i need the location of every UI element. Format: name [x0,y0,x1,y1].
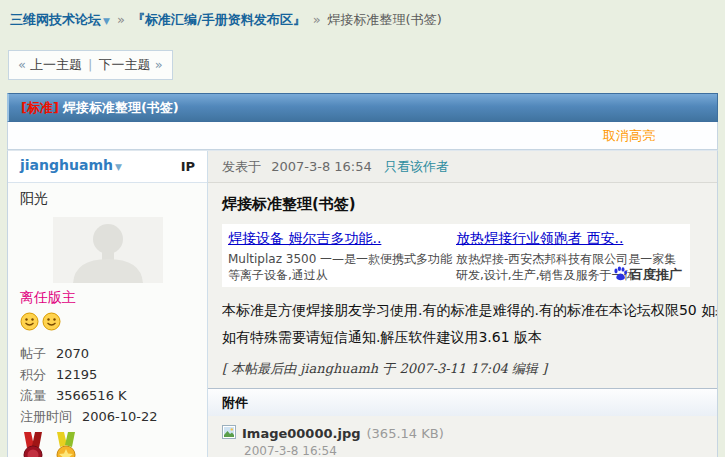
author-medals [8,427,207,457]
author-stats: 帖子2070 积分12195 流量3566516 K 注册时间2006-10-2… [8,336,207,427]
only-author-link[interactable]: 只看该作者 [384,159,449,174]
right-double-arrow-icon: » [155,57,163,72]
ad-left-link[interactable]: 焊接设备 姆尔吉多功能.. [228,230,381,248]
post-body: 焊接标准整理(书签) 焊接设备 姆尔吉多功能.. Multiplaz 3500 … [208,183,717,388]
post-title: 焊接标准整理(书签) [222,195,717,214]
thread-toolbar-row: 取消高亮 [7,122,718,150]
avatar [53,217,163,283]
thread-container: [标准]焊接标准整理(书签) 取消高亮 jianghuamh▼ IP 阳光 离任… [7,93,718,457]
baidu-sponsor-link[interactable]: 百度推广 [613,266,682,284]
author-signature: 阳光 [8,183,207,208]
ad-left: 焊接设备 姆尔吉多功能.. Multiplaz 3500 一—是一款便携式多功能… [228,230,456,283]
baidu-paw-icon [613,266,628,284]
posted-label: 发表于 [222,159,261,174]
ad-right-link[interactable]: 放热焊接行业领跑者 西安.. [456,230,623,248]
posted-time: 2007-3-8 16:54 [271,159,372,174]
cancel-highlight-link[interactable]: 取消高亮 [603,128,655,143]
attachments-header: 附件 [208,388,717,416]
next-topic-button[interactable]: 下一主题 » [99,57,163,72]
breadcrumb-separator: » [117,12,125,27]
chevron-down-icon[interactable]: ▼ [115,162,122,172]
stat-posts: 帖子2070 [20,343,195,364]
prev-topic-button[interactable]: « 上一主题 [18,57,82,72]
smiley-icon [20,312,39,334]
ad-right-text: 放热焊接-西安杰邦科技有限公司是一家集 [456,251,684,267]
author-sidebar: jianghuamh▼ IP 阳光 离任版主 [8,151,208,457]
red-medal-icon [18,432,48,457]
edit-note: [ 本帖最后由 jianghuamh 于 2007-3-11 17:04 编辑 … [222,360,717,378]
left-double-arrow-icon: « [18,57,26,72]
author-role-badge: 离任版主 [8,287,207,307]
stat-register-date: 注册时间2006-10-22 [20,406,195,427]
ad-block: 焊接设备 姆尔吉多功能.. Multiplaz 3500 一—是一款便携式多功能… [222,224,690,287]
author-header: jianghuamh▼ IP [8,151,207,183]
post-row: jianghuamh▼ IP 阳光 离任版主 [7,150,718,457]
topic-nav: « 上一主题|下一主题 » [8,50,173,80]
post-text-line1: 本标准是方便焊接朋友学习使用.有的标准是难得的.有的标准在本论坛权限50 如果有 [222,297,717,324]
smiley-icon [42,312,61,334]
thread-type-tag: [标准] [21,100,59,115]
breadcrumb: 三维网技术论坛▼»『标准汇编/手册资料发布区』»焊接标准整理(书签) [0,0,725,29]
ip-link[interactable]: IP [181,151,195,182]
breadcrumb-separator-2: » [313,12,321,27]
breadcrumb-board-link[interactable]: 『标准汇编/手册资料发布区』 [132,12,306,27]
image-file-icon [222,425,236,442]
ad-left-text: Multiplaz 3500 一—是一款便携式多功能 [228,251,456,267]
chevron-down-icon[interactable]: ▼ [103,16,110,26]
attachment-size: (365.14 KB) [367,426,444,441]
attachments-list: Image00000.jpg (365.14 KB) 2007-3-8 16:5… [208,416,717,457]
gold-medal-icon [52,432,80,457]
post-main-column: 发表于 2007-3-8 16:54 只看该作者 焊接标准整理(书签) 焊接设备… [208,151,717,457]
ad-left-text2: 等离子设备,通过从 [228,267,456,283]
attachment-name-link[interactable]: Image00000.jpg [242,426,361,441]
author-emoticons [8,307,207,336]
breadcrumb-forum-link[interactable]: 三维网技术论坛 [10,12,101,27]
post-header: 发表于 2007-3-8 16:54 只看该作者 [208,151,717,183]
post-text-line2: 如有特殊需要请短信通知.解压软件建议用3.61 版本 [222,324,717,351]
attachment-item: Image00000.jpg (365.14 KB) 2007-3-8 16:5… [222,425,717,457]
stat-credits: 积分12195 [20,364,195,385]
thread-title: 焊接标准整理(书签) [63,100,179,115]
breadcrumb-current-topic: 焊接标准整理(书签) [328,12,442,27]
nav-divider: | [88,57,92,72]
thread-title-bar: [标准]焊接标准整理(书签) [7,93,718,122]
stat-traffic: 流量3566516 K [20,385,195,406]
attachment-date: 2007-3-8 16:54 [244,444,717,457]
author-username-link[interactable]: jianghuamh [20,157,113,173]
